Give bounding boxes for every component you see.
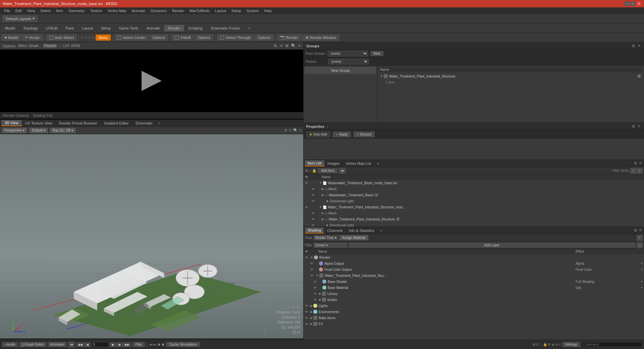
arrow-render[interactable]: ▼ xyxy=(310,256,313,259)
transport-2[interactable]: ⏭ xyxy=(153,343,157,346)
menu-icon[interactable]: ≡ xyxy=(298,44,301,48)
pass-groups-dropdown[interactable]: (none) xyxy=(328,51,368,56)
dropdown-alpha[interactable]: ▾ xyxy=(641,262,643,265)
options-btn-3[interactable]: Options xyxy=(255,35,273,41)
maximize-btn[interactable]: □ xyxy=(631,1,635,6)
eye-2[interactable]: 👁 xyxy=(305,205,308,209)
vc-icon-7[interactable]: ⚙ xyxy=(555,343,558,346)
menu-texture[interactable]: Texture xyxy=(88,7,105,14)
end-btn[interactable]: ▶▶ xyxy=(123,342,131,347)
vc-icon-8[interactable]: ≡ xyxy=(559,343,561,346)
tab-animate[interactable]: Animate xyxy=(143,25,164,31)
transport-3[interactable]: ⏺ xyxy=(157,343,161,346)
layout-dropdown[interactable]: Default Layouts ▾ xyxy=(3,15,38,22)
close-panel-icon[interactable]: ✕ xyxy=(637,44,641,48)
eye-alpha[interactable]: 👁 xyxy=(310,262,315,265)
shading-f-btn[interactable]: F xyxy=(637,235,643,241)
tab-render[interactable]: Render xyxy=(164,25,184,31)
eye-structure-group[interactable]: 👁 xyxy=(312,217,315,221)
new-pass-group-btn[interactable]: New xyxy=(371,51,383,56)
arrow-wt-file[interactable]: ▼ xyxy=(316,274,319,277)
eye-environments[interactable]: 👁 xyxy=(305,310,310,314)
add-item-dropdown[interactable] xyxy=(339,168,345,174)
tab-schematic[interactable]: Schematic Fusion xyxy=(207,25,244,31)
vp-rotate-icon[interactable]: ↻ xyxy=(289,128,292,133)
dropdown-fc[interactable]: ▾ xyxy=(641,268,643,271)
tab-add-vp[interactable]: + xyxy=(156,121,162,125)
eye-nodes[interactable]: 👁 xyxy=(314,298,318,302)
tab-scripting[interactable]: Scripting xyxy=(184,25,206,31)
ray-gl-dropdown[interactable]: Ray GL: Off ▾ xyxy=(50,128,75,133)
item-list-close[interactable]: ✕ xyxy=(638,161,643,165)
forward-btn[interactable]: ▶ xyxy=(117,342,123,347)
tab-item-list[interactable]: Item List xyxy=(305,160,324,166)
menu-setup[interactable]: Setup xyxy=(229,7,244,14)
assign-material-btn[interactable]: Assign Material xyxy=(339,235,368,240)
eye-1[interactable]: 👁 xyxy=(305,181,308,185)
play-btn[interactable]: ▶ xyxy=(110,342,117,347)
tab-info-stats[interactable]: Info & Statistics xyxy=(346,228,377,233)
shading-s-btn[interactable]: S xyxy=(637,242,643,248)
apply-btn[interactable]: ✓ Apply xyxy=(333,132,351,137)
tab-render-preset[interactable]: Render Preset Browser xyxy=(56,120,101,126)
eye-library[interactable]: 👁 xyxy=(314,292,318,296)
eye-basin-group[interactable]: 👁 xyxy=(312,193,315,197)
model-mode-btn[interactable]: ◈ Model xyxy=(1,34,21,41)
discard-btn[interactable]: ✕ Discard xyxy=(354,132,375,137)
play-label-btn[interactable]: Play xyxy=(132,342,145,347)
il-s-btn[interactable]: S xyxy=(630,168,636,174)
dropdown-bm[interactable]: ▾ xyxy=(641,286,643,289)
eye-final-color[interactable]: 👁 xyxy=(310,268,315,271)
arrow-bake[interactable]: ▶ xyxy=(310,316,313,319)
eye-lights[interactable]: 👁 xyxy=(305,304,310,308)
falloff-btn[interactable]: Falloff xyxy=(172,35,194,41)
arrow-basin-group[interactable]: ▶ xyxy=(322,193,324,197)
render-window-btn[interactable]: 🖥 Render Window xyxy=(302,35,339,41)
tab-uvedit[interactable]: UVEdit xyxy=(42,25,61,31)
transport-1[interactable]: ⏮ xyxy=(149,343,153,346)
arrow-fx[interactable]: ▶ xyxy=(310,322,313,326)
settings-btn[interactable]: Settings xyxy=(562,342,580,347)
refresh-icon[interactable]: ↺ xyxy=(279,44,283,48)
tab-topology[interactable]: Topology xyxy=(19,25,42,31)
tab-setup[interactable]: Setup xyxy=(97,25,114,31)
fit-icon[interactable]: ⊞ xyxy=(285,44,289,48)
vc-icon-2[interactable]: ⊡ xyxy=(536,343,539,346)
menu-render[interactable]: Render xyxy=(169,7,187,14)
tab-schematic-vp[interactable]: Schematic xyxy=(132,120,156,126)
arrow-2[interactable]: ▼ xyxy=(319,205,322,209)
expand-arrow[interactable]: ▼ xyxy=(380,74,383,78)
eye-fx[interactable]: 👁 xyxy=(305,322,310,326)
menu-edit[interactable]: Edit xyxy=(13,7,24,14)
tab-paint[interactable]: Paint xyxy=(62,25,77,31)
items-btn[interactable]: Items xyxy=(96,35,111,41)
eye-render[interactable]: 👁 xyxy=(305,256,310,259)
shading-expand[interactable]: ⊞ xyxy=(633,228,638,233)
menu-view[interactable]: View xyxy=(24,7,38,14)
arrow-environments[interactable]: ▶ xyxy=(310,310,313,313)
add-layer-btn[interactable]: Add Layer xyxy=(348,243,635,248)
add-item-btn[interactable]: Add Item xyxy=(318,168,337,173)
minimize-btn[interactable]: — xyxy=(625,1,629,6)
menu-item[interactable]: Item xyxy=(53,7,66,14)
menu-maxtomode[interactable]: MaxToModo xyxy=(187,7,212,14)
eye-dir1[interactable]: 👁 xyxy=(312,199,315,203)
transport-4[interactable]: ⏹ xyxy=(161,343,165,346)
arrow-1[interactable]: ▼ xyxy=(319,181,322,185)
vc-icon-1[interactable]: ⊞ xyxy=(533,343,535,346)
eye-dir2[interactable]: 👁 xyxy=(312,223,315,227)
tab-3d-view[interactable]: 3D View xyxy=(1,120,22,126)
tab-images[interactable]: Images xyxy=(325,161,342,166)
menu-select[interactable]: Select xyxy=(38,7,53,14)
tab-add[interactable]: + xyxy=(244,25,254,31)
menu-file[interactable]: File xyxy=(1,7,13,14)
auto-add-btn[interactable]: ★ Auto Add xyxy=(306,132,330,137)
close-btn[interactable]: ✕ xyxy=(637,1,641,6)
arrow-mesh1[interactable]: ▶ xyxy=(322,187,324,191)
zoom-icon[interactable]: 🔍 xyxy=(290,44,297,48)
frame-input[interactable] xyxy=(92,342,108,347)
tab-gradient[interactable]: Gradient Editor xyxy=(101,120,132,126)
options-text[interactable]: Options xyxy=(2,44,16,48)
window-controls[interactable]: — □ ✕ xyxy=(625,1,641,6)
shading-close[interactable]: ✕ xyxy=(638,228,643,233)
